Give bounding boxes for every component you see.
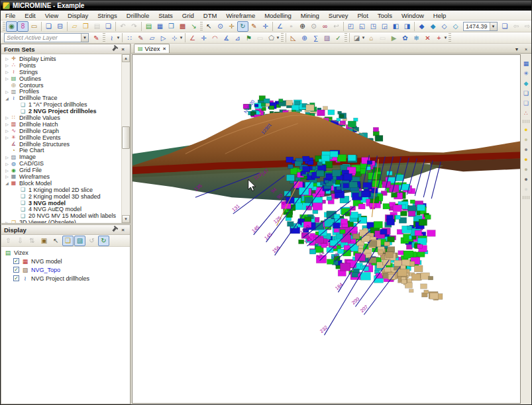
menu-help[interactable]: Help — [429, 11, 451, 21]
display-layer-nvg-topo[interactable]: ✓▨NVG_Topo — [1, 265, 130, 274]
formsets-item-outlines[interactable]: ▷▤Outlines — [1, 75, 121, 82]
menu-plot[interactable]: Plot — [352, 11, 372, 21]
lamp-mid-icon[interactable]: ● — [521, 165, 531, 174]
close-icon[interactable]: × — [119, 45, 127, 53]
toolbar-grip[interactable] — [103, 33, 105, 42]
database-icon[interactable]: ⊟ — [54, 21, 66, 32]
sort-layers-icon[interactable]: ⇅ — [27, 236, 38, 246]
tree-expander-icon[interactable]: ◢ — [4, 96, 10, 101]
vizex-window-icon[interactable]: ▤ — [143, 21, 154, 32]
formsets-item-3-nvg-model[interactable]: ❏3 NVG model — [1, 200, 121, 206]
formsets-item-image[interactable]: ▷▨Image — [1, 154, 121, 160]
locate-point-icon[interactable]: ✛ — [198, 32, 209, 43]
pin-icon[interactable] — [110, 45, 119, 53]
tree-expander-icon[interactable]: ▷ — [4, 220, 10, 223]
rotate-south-icon[interactable]: ◇ — [450, 21, 461, 32]
light-on-icon[interactable]: ● — [521, 125, 531, 134]
formsets-item-20-nvg-mv-15-model-with-labels[interactable]: ❏20 NVG MV 15 Model with labels — [1, 212, 121, 219]
move-vertex-dropdown-icon[interactable]: ▼ — [179, 36, 184, 40]
scroll-down-icon[interactable]: ▼ — [122, 215, 130, 223]
formsets-item-drillhole-trace[interactable]: ◢≀Drillhole Trace — [1, 95, 121, 101]
formsets-item-drillhole-events[interactable]: ▷✳Drillhole Events — [1, 134, 121, 141]
menu-drillhole[interactable]: Drillhole — [122, 11, 154, 21]
rotate-east-icon[interactable]: ◆ — [427, 21, 439, 32]
process-gears-icon[interactable]: ✿ — [399, 32, 411, 43]
toolbar-grip[interactable] — [523, 120, 529, 123]
formsets-item-1-kriging-model-2d-slice[interactable]: ❏1 Kriging model 2D slice — [1, 187, 121, 193]
tree-expander-icon[interactable]: ▷ — [4, 122, 10, 126]
pan-tool-icon[interactable]: ✛ — [226, 21, 237, 32]
extents-icon[interactable]: ▫ — [286, 21, 297, 32]
drillhole-forms-icon[interactable]: 8 — [17, 21, 28, 32]
tree-expander-icon[interactable]: ▷ — [4, 155, 10, 159]
formsets-item-pie-chart[interactable]: ◔Pie Chart — [1, 147, 121, 154]
combo-value[interactable]: Select Active Layer — [5, 34, 81, 41]
tab-close-icon[interactable]: × — [163, 46, 166, 52]
new-window-icon[interactable]: ❏ — [43, 21, 54, 32]
tree-expander-icon[interactable]: ▷ — [4, 76, 10, 81]
tree-expander-icon[interactable]: ◢ — [4, 181, 10, 185]
tree-expander-icon[interactable]: ▷ — [4, 63, 10, 68]
formsets-item-strings[interactable]: ▷≀Strings — [1, 69, 121, 75]
triangle-tool-icon[interactable]: ◺ — [288, 32, 299, 43]
formsets-item-cad-gis[interactable]: ▷◍CAD/GIS — [1, 160, 121, 167]
edit-active-layer-icon[interactable]: ✎ — [91, 32, 102, 43]
lamp-left-icon[interactable]: ● — [521, 155, 531, 164]
formsets-item-wireframes[interactable]: ▷▦Wireframes — [1, 173, 121, 180]
formsets-item-drillhole-structures[interactable]: ∡Drillhole Structures — [1, 141, 121, 148]
rotate-north-icon[interactable]: ◆ — [416, 21, 427, 32]
new-point-icon[interactable]: ∷ — [124, 32, 135, 43]
save-all-icon[interactable]: ❏ — [103, 21, 114, 32]
title-bar[interactable]: MICROMINE - Example — [1, 1, 531, 11]
formsets-item-1-a-project-drillholes[interactable]: ❏1 "A" Project drillholes — [1, 101, 121, 108]
elevation-layers-icon[interactable]: ❏ — [500, 21, 511, 32]
menu-dtm[interactable]: DTM — [199, 11, 222, 21]
overlay-toggle-icon[interactable]: ❏ — [62, 236, 74, 246]
formsets-item-drillhole-values[interactable]: ▷∷Drillhole Values — [1, 114, 121, 121]
view-east-icon[interactable]: ◳ — [368, 21, 379, 32]
formsets-item-points[interactable]: ▷∴Points — [1, 62, 121, 69]
menu-mining[interactable]: Mining — [296, 11, 324, 21]
zoom-tool-icon[interactable]: ⊙ — [215, 21, 226, 32]
polygon-edit-dropdown-icon[interactable]: ▼ — [276, 36, 280, 40]
layer-stack-a-icon[interactable]: ❏ — [521, 89, 531, 98]
file-window-icon[interactable]: ❒ — [166, 21, 177, 32]
tree-expander-icon[interactable]: ▷ — [4, 174, 10, 179]
auto-update-icon[interactable]: ↻ — [98, 236, 109, 246]
formsets-item-contours[interactable]: ◎Contours — [1, 82, 121, 89]
freeze-view-icon[interactable]: ❄ — [411, 32, 422, 43]
layer-checkbox[interactable]: ✓ — [13, 258, 19, 264]
toolbar-grip[interactable] — [3, 22, 5, 31]
home-view-icon[interactable]: ⌂ — [366, 32, 377, 43]
layer-stack-b-icon[interactable]: ❏ — [521, 99, 531, 108]
grid-display-icon[interactable]: ▦ — [521, 59, 531, 68]
menu-display[interactable]: Display — [63, 11, 93, 21]
lamp-right-icon[interactable]: ● — [521, 175, 531, 184]
centre-tool-icon[interactable]: ✛ — [260, 21, 271, 32]
paste-string-icon[interactable]: ▭ — [377, 32, 388, 43]
tree-expander-icon[interactable]: ▷ — [4, 128, 10, 133]
add-grid-dropdown-icon[interactable]: ▼ — [443, 36, 448, 40]
tab-bar-close-icon[interactable]: × — [522, 45, 530, 53]
formsets-item-4-nvg-aueq-model[interactable]: ❏4 NVG AuEQ model — [1, 206, 121, 212]
measure-tool-icon[interactable]: ∠ — [274, 21, 286, 32]
formsets-item-2-nvg-project-drillholes[interactable]: ❏2 NVG Project drillholes — [1, 108, 121, 114]
tree-expander-icon[interactable]: ▷ — [4, 115, 10, 120]
formsets-item-drillhole-hatch[interactable]: ▷▥Drillhole Hatch — [1, 121, 121, 128]
layer-checkbox[interactable]: ✓ — [13, 267, 19, 273]
view-south-icon[interactable]: ◧ — [390, 21, 401, 32]
view-north-icon[interactable]: ◱ — [356, 21, 368, 32]
coloured-points-icon[interactable]: ∴ — [521, 109, 531, 118]
toolbar-grip[interactable] — [449, 33, 451, 42]
menu-modelling[interactable]: Modelling — [260, 11, 296, 21]
play-macro-icon[interactable]: ▶ — [388, 32, 399, 43]
rotate-west-icon[interactable]: ◇ — [439, 21, 450, 32]
angle-tool-icon[interactable]: ∡ — [221, 32, 232, 43]
formsets-item-profiles[interactable]: ▷▥Profiles — [1, 88, 121, 95]
formsets-item-grid-file[interactable]: ▷◉Grid File — [1, 167, 121, 173]
eraser-dropdown-icon[interactable]: ▼ — [361, 36, 366, 40]
link-views-icon[interactable]: ∞ — [319, 21, 331, 32]
close-icon[interactable]: × — [119, 226, 127, 234]
toolbar-grip[interactable] — [200, 22, 203, 31]
form-sets-scrollbar[interactable]: ▲ ▼ — [121, 54, 130, 223]
